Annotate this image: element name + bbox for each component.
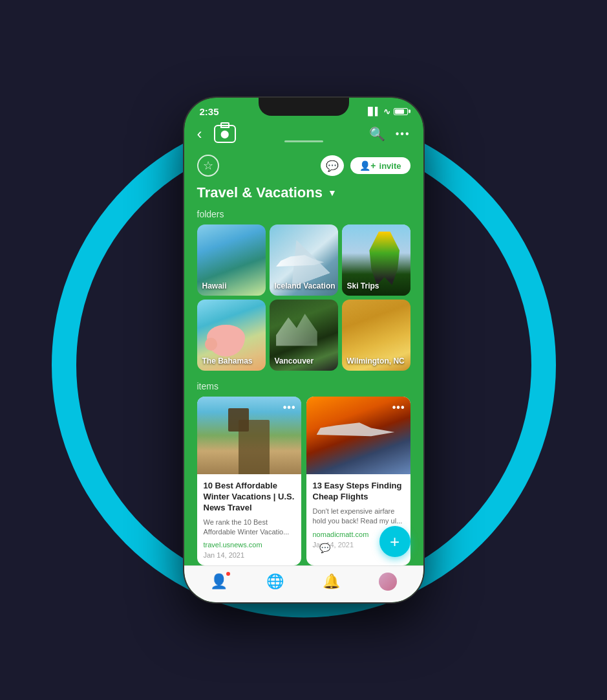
folders-grid: Hawaii Iceland Vacation Ski Trips bbox=[184, 224, 423, 376]
star-icon: ☆ bbox=[203, 159, 213, 173]
tab-bell[interactable]: 🔔 bbox=[323, 573, 340, 590]
fab-button[interactable]: + bbox=[379, 526, 410, 557]
item-2-menu[interactable]: ••• bbox=[392, 402, 405, 413]
mini-actions: 💬 ♡ ☰ bbox=[316, 539, 376, 557]
status-bar: 2:35 ▐▌▌ ∿ bbox=[184, 98, 423, 121]
folder-vancouver-label: Vancouver bbox=[275, 356, 314, 366]
folder-bahamas[interactable]: The Bahamas bbox=[197, 300, 266, 371]
item-2-title: 13 Easy Steps Finding Cheap Flights bbox=[313, 481, 404, 503]
item-2-desc: Don't let expensive airfare hold you bac… bbox=[313, 507, 404, 527]
content-scroll[interactable]: folders Hawaii Iceland Vacation bbox=[184, 209, 423, 565]
folders-section-label: folders bbox=[184, 209, 423, 224]
tab-bar: 👤 🌐 🔔 bbox=[184, 565, 423, 602]
mini-chat-icon[interactable]: 💬 bbox=[316, 539, 334, 557]
chat-icon: 💬 bbox=[326, 160, 339, 172]
more-button[interactable]: ••• bbox=[396, 128, 410, 140]
folder-iceland[interactable]: Iceland Vacation bbox=[270, 224, 338, 296]
folder-skitrips[interactable]: Ski Trips bbox=[342, 224, 410, 296]
tab-profile[interactable] bbox=[379, 573, 397, 591]
search-button[interactable]: 🔍 bbox=[369, 126, 385, 142]
invite-button[interactable]: 👤+ invite bbox=[350, 157, 410, 174]
chat-button[interactable]: 💬 bbox=[321, 155, 344, 176]
camera-button[interactable]: ⬤ bbox=[214, 125, 236, 143]
status-icons: ▐▌▌ ∿ bbox=[365, 107, 408, 116]
item-card-1[interactable]: ••• 10 Best Affordable Winter Vacations … bbox=[197, 397, 301, 565]
folder-iceland-label: Iceland Vacation bbox=[275, 281, 335, 290]
item-image-2: ••• bbox=[306, 397, 410, 474]
mini-heart-icon[interactable]: ♡ bbox=[337, 539, 355, 557]
folder-wilmington-label: Wilmington, NC bbox=[347, 356, 405, 366]
camera-icon: ⬤ bbox=[220, 129, 229, 138]
item-1-url[interactable]: travel.usnews.com bbox=[204, 541, 295, 549]
item-1-date: Jan 14, 2021 bbox=[204, 551, 295, 559]
top-nav: ‹ ⬤ 🔍 ••• bbox=[184, 121, 423, 149]
star-button[interactable]: ☆ bbox=[197, 155, 219, 177]
back-button[interactable]: ‹ bbox=[197, 125, 202, 143]
action-bar: ☆ 💬 👤+ invite bbox=[184, 149, 423, 182]
phone-device: 2:35 ▐▌▌ ∿ ‹ ⬤ bbox=[184, 98, 423, 602]
battery-icon bbox=[394, 108, 408, 115]
folder-bahamas-label: The Bahamas bbox=[202, 356, 253, 366]
nav-right: 🔍 ••• bbox=[369, 126, 410, 142]
item-body-1: 10 Best Affordable Winter Vacations | U.… bbox=[197, 474, 301, 565]
people-icon: 👤 bbox=[210, 573, 228, 590]
plane-decoration bbox=[276, 250, 324, 278]
mini-list-icon[interactable]: ☰ bbox=[357, 539, 376, 557]
battery-fill bbox=[395, 109, 404, 114]
invite-plus-icon: 👤+ bbox=[359, 160, 376, 171]
page-title-row: Travel & Vacations ▼ bbox=[184, 182, 423, 209]
globe-icon: 🌐 bbox=[266, 573, 284, 590]
folder-vancouver[interactable]: Vancouver bbox=[270, 300, 338, 371]
signal-icon: ▐▌▌ bbox=[365, 107, 380, 116]
folder-hawaii[interactable]: Hawaii bbox=[197, 224, 266, 296]
nav-left: ‹ ⬤ bbox=[197, 125, 236, 143]
item-image-1: ••• bbox=[197, 397, 301, 474]
tab-people-dot bbox=[226, 572, 230, 576]
scroll-indicator bbox=[284, 140, 323, 142]
items-section-label: items bbox=[184, 376, 423, 397]
avatar bbox=[379, 573, 397, 591]
item-1-menu[interactable]: ••• bbox=[283, 402, 296, 413]
status-time: 2:35 bbox=[200, 106, 219, 117]
phone-screen: 2:35 ▐▌▌ ∿ ‹ ⬤ bbox=[184, 98, 423, 602]
invite-label: invite bbox=[379, 161, 401, 171]
folder-hawaii-label: Hawaii bbox=[202, 281, 227, 290]
action-bar-right: 💬 👤+ invite bbox=[321, 155, 410, 176]
tab-globe[interactable]: 🌐 bbox=[266, 573, 284, 590]
page-title: Travel & Vacations bbox=[197, 184, 323, 201]
bell-icon: 🔔 bbox=[323, 573, 340, 590]
folder-skitrips-label: Ski Trips bbox=[347, 281, 379, 290]
tab-people[interactable]: 👤 bbox=[210, 573, 228, 590]
folder-wilmington[interactable]: Wilmington, NC bbox=[342, 300, 410, 371]
item-1-title: 10 Best Affordable Winter Vacations | U.… bbox=[204, 481, 295, 514]
dropdown-arrow[interactable]: ▼ bbox=[328, 188, 337, 198]
scene: 2:35 ▐▌▌ ∿ ‹ ⬤ bbox=[0, 0, 607, 700]
wifi-icon: ∿ bbox=[383, 107, 390, 116]
item-1-desc: We rank the 10 Best Affordable Winter Va… bbox=[204, 518, 295, 538]
